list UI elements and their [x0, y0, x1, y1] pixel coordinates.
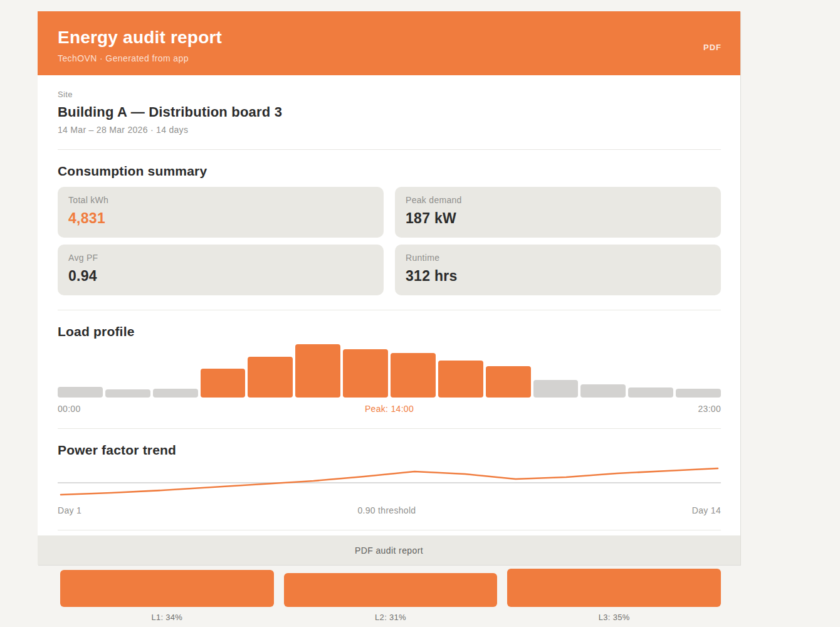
divider	[58, 310, 721, 310]
load-bar-4	[248, 357, 293, 398]
divider	[58, 149, 721, 150]
stat-card-avg-pf: Avg PF 0.94	[58, 245, 384, 295]
stat-label: Total kWh	[68, 195, 373, 205]
load-bar-3	[201, 369, 246, 398]
load-bar-9	[486, 366, 531, 398]
stat-card-runtime: Runtime 312 hrs	[395, 245, 721, 295]
stat-label: Peak demand	[406, 195, 710, 205]
load-bar-12	[628, 387, 673, 398]
load-bar-8	[438, 361, 483, 398]
pf-start-label: Day 1	[58, 505, 81, 515]
pdf-badge[interactable]: PDF	[703, 43, 722, 52]
stat-label: Runtime	[406, 253, 710, 263]
report-document: Energy audit report TechOVN · Generated …	[38, 11, 740, 565]
stat-value: 4,831	[68, 210, 373, 227]
phase-l3-bar	[507, 569, 721, 607]
divider	[58, 428, 721, 429]
load-bar-5	[295, 344, 340, 398]
power-factor-chart	[58, 458, 721, 502]
axis-start-label: 00:00	[58, 404, 81, 414]
load-profile-title: Load profile	[58, 324, 721, 339]
site-label: Site	[58, 90, 721, 99]
pf-trend-title: Power factor trend	[58, 443, 721, 458]
load-bar-11	[580, 384, 626, 398]
axis-end-label: 23:00	[698, 404, 721, 414]
pdf-footer: PDF audit report	[38, 535, 740, 565]
stat-label: Avg PF	[68, 253, 373, 263]
stat-card-total-kwh: Total kWh 4,831	[58, 187, 384, 238]
load-profile-chart	[58, 344, 721, 398]
phase-l3: L3: 35%	[507, 569, 721, 622]
report-header: Energy audit report TechOVN · Generated …	[38, 11, 740, 75]
load-bar-1	[105, 389, 150, 398]
phase-l2-bar	[284, 573, 498, 607]
pf-chart-labels: Day 1 0.90 threshold Day 14	[58, 505, 721, 515]
load-bar-0	[58, 387, 103, 398]
phase-l2-label: L2: 31%	[284, 613, 498, 622]
load-bar-10	[533, 380, 579, 398]
peak-time-label: Peak: 14:00	[365, 404, 414, 414]
stat-card-peak-demand: Peak demand 187 kW	[395, 187, 721, 238]
site-name: Building A — Distribution board 3	[58, 104, 721, 120]
load-bar-13	[676, 389, 721, 398]
phase-l1-label: L1: 34%	[60, 613, 274, 622]
load-bar-7	[391, 353, 436, 398]
stat-value: 0.94	[68, 268, 373, 285]
load-bar-6	[343, 349, 388, 398]
phase-l2: L2: 31%	[284, 569, 498, 622]
divider	[58, 530, 721, 530]
stat-value: 187 kW	[406, 210, 710, 227]
load-bar-2	[153, 389, 198, 398]
phase-balance-chart: L1: 34% L2: 31% L3: 35%	[60, 569, 721, 622]
consumption-summary-title: Consumption summary	[58, 164, 721, 179]
report-title: Energy audit report	[58, 28, 722, 48]
summary-cards: Total kWh 4,831 Peak demand 187 kW Avg P…	[58, 187, 721, 295]
phase-l3-label: L3: 35%	[507, 613, 721, 622]
stat-value: 312 hrs	[406, 268, 710, 285]
report-content: Site Building A — Distribution board 3 1…	[38, 75, 740, 535]
load-profile-axis: 00:00 Peak: 14:00 23:00	[58, 404, 721, 414]
phase-l1-bar	[60, 570, 274, 607]
phase-l1: L1: 34%	[60, 569, 274, 622]
pf-threshold-label: 0.90 threshold	[357, 505, 416, 515]
site-period: 14 Mar – 28 Mar 2026 · 14 days	[58, 125, 721, 135]
report-subtitle: TechOVN · Generated from app	[58, 53, 722, 63]
pf-end-label: Day 14	[692, 505, 721, 515]
